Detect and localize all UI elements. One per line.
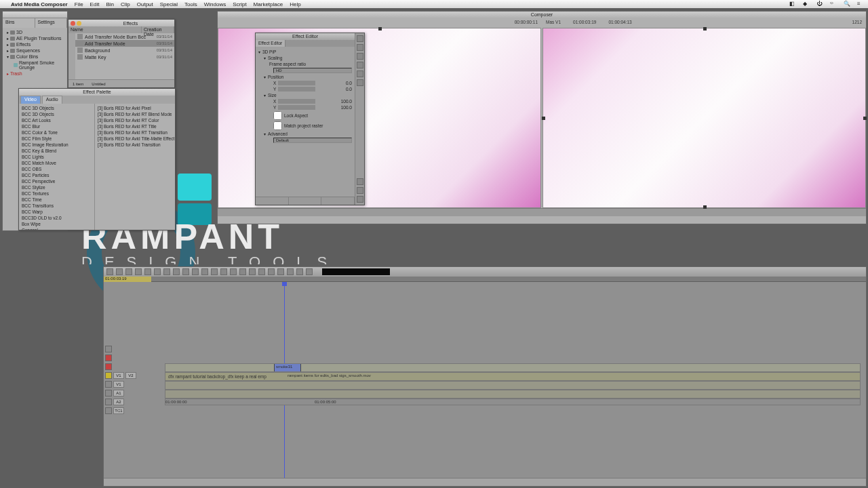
menu-script[interactable]: Script <box>233 1 246 7</box>
track-a1[interactable] <box>165 381 861 390</box>
timeline-tool-button[interactable] <box>287 268 294 275</box>
project-tab-bins[interactable]: Bins <box>3 18 35 28</box>
param-value[interactable]: 0.0 <box>346 81 352 85</box>
timeline-tool-button[interactable] <box>182 268 189 275</box>
timeline-tool-button[interactable] <box>135 268 142 275</box>
timeline-tool-button[interactable] <box>173 268 180 275</box>
close-icon[interactable] <box>71 21 75 26</box>
param-section[interactable]: Scaling <box>268 56 282 60</box>
timeline-tool-button[interactable] <box>220 268 227 275</box>
project-item[interactable]: ▾Color Bins <box>3 54 67 60</box>
effect-category[interactable]: BCC Lights <box>19 154 94 160</box>
spotlight-icon[interactable]: 🔍 <box>844 1 850 7</box>
window-titlebar[interactable]: Effects <box>68 20 174 26</box>
checkbox-match-raster[interactable] <box>273 121 282 130</box>
menu-file[interactable]: File <box>75 1 83 7</box>
timeline-tool-button[interactable] <box>144 268 151 275</box>
composer-position-bar[interactable] <box>218 208 866 216</box>
wifi-icon[interactable]: ⌔ <box>830 1 837 7</box>
project-item[interactable]: ▸Sequences <box>3 47 67 54</box>
effect-item[interactable]: [3] Boris RED for Avid Transition <box>95 142 175 148</box>
rec-duration[interactable]: 01:00:04:13 <box>608 20 631 26</box>
param-section[interactable]: Size <box>268 93 277 98</box>
effect-category[interactable]: BCC Perspective <box>19 178 94 184</box>
wireframe-handle[interactable] <box>863 117 867 120</box>
effect-category[interactable]: BCC Stylize <box>19 184 94 190</box>
checkbox-lock-aspect[interactable] <box>273 111 282 120</box>
effect-category[interactable]: BCC Image Restoration <box>19 142 94 148</box>
menu-output[interactable]: Output <box>137 1 153 7</box>
bin-row[interactable]: Matte Key03/31/14 <box>75 54 174 60</box>
rec-patch[interactable]: A2 <box>113 399 124 405</box>
toolbar-button[interactable] <box>357 70 363 77</box>
toolbar-button[interactable] <box>357 53 363 60</box>
dropdown[interactable]: Default <box>273 138 352 143</box>
tab-audio[interactable]: Audio <box>42 96 62 104</box>
rec-patch[interactable]: V1 <box>113 381 124 388</box>
param-slider[interactable] <box>278 81 315 85</box>
window-title[interactable]: Composer <box>218 12 866 18</box>
effect-category[interactable]: Box Wipe <box>19 221 94 227</box>
track-v2[interactable]: smoke31 <box>165 363 861 372</box>
timeline-timecode-display[interactable] <box>322 268 390 275</box>
effect-category[interactable]: BCC Time <box>19 197 94 203</box>
timeline-body[interactable]: V1V2 V1 A1 A2 TC1 smoke31 dfx rampant tu… <box>104 282 866 478</box>
toolbar-button[interactable] <box>357 44 363 51</box>
param-slider[interactable] <box>278 87 315 92</box>
menu-special[interactable]: Special <box>160 1 178 7</box>
toolbar-button[interactable] <box>357 35 363 42</box>
effect-category[interactable]: BCC Color & Tone <box>19 129 94 136</box>
menu-extras-icon[interactable]: ≡ <box>857 1 864 7</box>
status-icon[interactable]: ◆ <box>803 1 810 7</box>
bin-row[interactable]: Add Transfer Mode03/31/14 <box>75 40 174 47</box>
timeline-tool-button[interactable] <box>268 268 275 275</box>
toolbar-button[interactable] <box>357 196 363 203</box>
rec-patch[interactable]: TC1 <box>113 407 124 414</box>
param-section[interactable]: Advanced <box>268 131 288 136</box>
dropdown[interactable]: HD <box>273 68 352 73</box>
timeline-tool-button[interactable] <box>192 268 199 275</box>
project-item[interactable]: Rampant Smoke Grunge <box>3 60 67 70</box>
timeline-tool-button[interactable] <box>296 268 303 275</box>
timeline-bottom-bar[interactable] <box>104 478 866 486</box>
track-select-button[interactable] <box>105 381 112 388</box>
track-v1[interactable]: dfx rampant tutorial backdrop_dfx keep a… <box>165 372 861 381</box>
effect-category[interactable]: BCC3D OLD to v2.0 <box>19 215 94 221</box>
tab-video[interactable]: Video <box>20 96 41 104</box>
toolbar-button[interactable] <box>357 79 363 86</box>
track-record-button[interactable] <box>105 363 112 370</box>
param-slider[interactable] <box>278 105 315 110</box>
effect-category[interactable]: BCC Particles <box>19 172 94 178</box>
rec-tc-right[interactable]: 1212 <box>852 20 862 26</box>
bin-row[interactable]: Background03/31/14 <box>75 47 174 54</box>
project-item[interactable]: ▸3D <box>3 29 67 35</box>
track-select-button[interactable] <box>105 399 112 405</box>
wireframe-handle[interactable] <box>703 27 707 30</box>
rec-track[interactable]: Mas V1 <box>546 20 561 26</box>
effect-item[interactable]: [3] Boris RED for Avid RT Transition <box>95 129 175 136</box>
timeline-tracks[interactable]: smoke31 dfx rampant tutorial backdrop_df… <box>165 363 861 405</box>
project-item-trash[interactable]: ▸Trash <box>3 70 67 77</box>
rec-timecode[interactable]: 01:00:03:19 <box>573 20 596 26</box>
timeline-tool-button[interactable] <box>125 268 132 275</box>
footer-view[interactable]: Untitled <box>92 82 105 86</box>
effect-category[interactable]: BCC Art Looks <box>19 117 94 123</box>
effect-category[interactable]: BCC 3D Objects <box>19 111 94 117</box>
effect-category[interactable]: BCC OBS <box>19 166 94 172</box>
rec-patch[interactable]: V2 <box>125 372 136 379</box>
timeline-tool-button[interactable] <box>258 268 265 275</box>
track-tc[interactable]: 01:00:00:00 01:00:05:00 <box>165 399 861 405</box>
project-tab-settings[interactable]: Settings <box>35 18 68 28</box>
effect-item[interactable]: [3] Boris RED for Avid Title-Matte Effec… <box>95 136 175 142</box>
toolbar-button[interactable] <box>357 187 363 194</box>
track-monitor-button[interactable] <box>105 346 112 352</box>
wireframe-handle[interactable] <box>378 27 382 30</box>
column-name[interactable]: Name <box>68 26 142 33</box>
src-timecode[interactable]: 00:00:00:11 <box>515 20 538 26</box>
param-slider[interactable] <box>278 99 315 104</box>
wireframe-handle[interactable] <box>542 117 545 120</box>
track-select-button[interactable] <box>105 407 112 414</box>
minimize-icon[interactable] <box>77 21 81 26</box>
effect-category[interactable]: BCC Film Style <box>19 136 94 142</box>
bin-row[interactable]: Add Transfer Mode Burn Bcc03/31/14 <box>75 33 174 40</box>
